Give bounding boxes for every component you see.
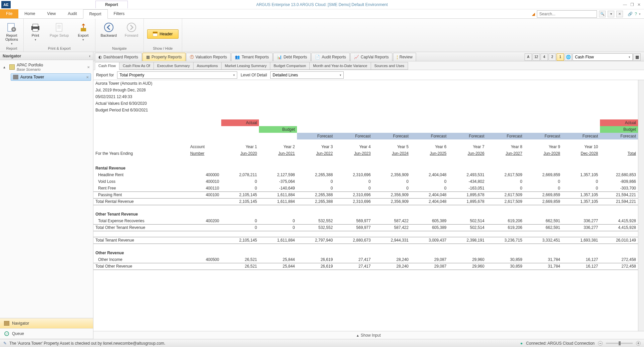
zoom-in-icon[interactable]: + [636, 341, 641, 346]
value-cell: 0 [487, 185, 525, 192]
tab-review[interactable]: ¦Review [393, 53, 416, 61]
tab-valuation-reports[interactable]: ⓉValuation Reports [186, 53, 231, 61]
property-node-selected[interactable]: Aurora Tower ✕ [11, 73, 91, 81]
tab-debt-reports[interactable]: 📊Debt Reports [273, 53, 311, 61]
report-for-combo[interactable]: Total Property▾ [117, 71, 237, 79]
backward-button[interactable]: Backward [99, 21, 119, 38]
view-annual-button[interactable]: A [525, 53, 532, 61]
view-2-button[interactable]: 2 [549, 53, 556, 61]
year-header: Year 7 [448, 143, 487, 150]
band-forecast: Forecast [373, 133, 411, 139]
svg-point-8 [104, 23, 113, 32]
table-row: Total Expense Recoveries40020000532,5525… [93, 218, 638, 224]
forward-icon [126, 22, 137, 33]
navigator-collapse-icon[interactable]: ‹ [89, 54, 90, 58]
value-cell: 1,357,105 [562, 198, 600, 205]
zoom-slider[interactable] [606, 343, 633, 344]
globe-button[interactable]: 🌐 [565, 53, 572, 61]
band-forecast: Forecast [410, 133, 448, 139]
menu-report[interactable]: Report [83, 9, 108, 19]
help-dropdown-icon[interactable]: ▾ [639, 12, 641, 16]
subtab-cash-flow-as-of[interactable]: Cash Flow As Of [119, 62, 154, 70]
menu-filters[interactable]: Filters [108, 9, 131, 18]
search-button[interactable]: 🔍 [599, 11, 606, 17]
zoom-out-icon[interactable]: − [598, 341, 603, 346]
grid-icon: ▦ [635, 55, 639, 59]
rss-icon[interactable]: ◢ [532, 12, 535, 16]
expand-icon[interactable]: ▴ [3, 65, 7, 69]
context-tab-report[interactable]: Report [95, 1, 128, 8]
tab-tenant-reports[interactable]: 👥Tenant Reports [231, 53, 272, 61]
close-icon[interactable]: ✕ [637, 2, 641, 7]
export-button[interactable]: Export ▾ [75, 21, 92, 42]
tab-property-reports[interactable]: ▦Property Reports [142, 53, 186, 61]
subtab-sources-uses[interactable]: Sources and Uses [371, 62, 408, 70]
ribbon: Report Options ▾ Report Print ▾ Page Set… [0, 19, 644, 52]
status-bar: ✎ The 'Aurora Tower' Property Asset is c… [0, 339, 644, 347]
link-icon[interactable]: 🔗 [628, 12, 633, 16]
help-icon[interactable]: ? [635, 12, 637, 16]
forward-button[interactable]: Forward [123, 21, 140, 38]
value-cell: -375,064 [259, 178, 297, 185]
svg-rect-11 [153, 33, 157, 36]
value-cell: 605,389 [410, 224, 448, 231]
svg-point-13 [5, 332, 9, 336]
tab-audit-reports[interactable]: 📄Audit Reports [311, 53, 350, 61]
nav-tab-navigator[interactable]: Navigator [0, 318, 93, 329]
tab-capval-reports[interactable]: 📈CapVal Reports [350, 53, 392, 61]
value-cell: 28,240 [373, 256, 411, 263]
minimize-icon[interactable]: — [623, 2, 627, 7]
value-cell: 0 [410, 178, 448, 185]
close-portfolio-icon[interactable]: ✕ [87, 65, 90, 69]
report-body: Aurora Tower (Amounts in AUD)Jul, 2019 t… [93, 80, 644, 331]
level-of-detail-combo[interactable]: Detailed Lines▾ [270, 71, 344, 79]
page-setup-icon [54, 22, 65, 33]
report-options-icon [6, 22, 17, 33]
value-cell: 1,895,678 [448, 192, 487, 198]
value-cell: 3,009,437 [410, 237, 448, 244]
search-dropdown[interactable]: ▾ [608, 11, 614, 17]
search-clear[interactable]: ✕ [616, 11, 623, 17]
gauge-icon: ◐ [98, 55, 102, 59]
tab-dashboard-reports[interactable]: ◐Dashboard Reports [95, 53, 142, 61]
view-1-button[interactable]: 1 [557, 53, 564, 61]
subtab-executive-summary[interactable]: Executive Summary [153, 62, 194, 70]
value-cell: 29,087 [410, 256, 448, 263]
report-meta: Budget Period End 6/30/2021 [93, 107, 221, 113]
subtab-assumptions[interactable]: Assumptions [193, 62, 222, 70]
header-toggle-button[interactable]: Header [147, 29, 178, 39]
date-header: Jun-2026 [448, 150, 487, 157]
subtab-budget-comparison[interactable]: Budget Comparison [270, 62, 310, 70]
subtab-variance[interactable]: Month and Year-to-Date Variance [309, 62, 371, 70]
report-selector[interactable]: Cash Flow▾ [573, 53, 633, 61]
print-button[interactable]: Print ▾ [27, 21, 44, 42]
show-input-toggle[interactable]: ▴ Show Input [93, 331, 644, 339]
vertical-scrollbar[interactable] [638, 80, 644, 331]
page-setup-button[interactable]: Page Setup [48, 21, 71, 38]
subtab-cash-flow[interactable]: Cash Flow [95, 62, 119, 70]
restore-icon[interactable]: ❐ [630, 2, 634, 7]
menu-file[interactable]: File [0, 9, 18, 18]
menu-audit[interactable]: Audit [62, 9, 83, 18]
value-cell: 2,880,673 [335, 237, 373, 244]
value-cell: 2,265,388 [297, 192, 335, 198]
view-12-button[interactable]: 12 [533, 53, 540, 61]
year-header: Year 8 [487, 143, 525, 150]
view-4-button[interactable]: 4 [541, 53, 548, 61]
nav-tab-queue[interactable]: Queue [0, 329, 93, 339]
grid-settings-button[interactable]: ▦ [633, 53, 641, 61]
table-row: Total Tenant Revenue2,105,1451,611,8842,… [93, 237, 638, 244]
portfolio-node[interactable]: ▴ APAC Portfolio Base Scenario ✕ [2, 62, 91, 72]
search-input[interactable] [537, 10, 597, 18]
value-cell: 662,591 [524, 218, 562, 224]
report-options-button[interactable]: Report Options ▾ [3, 21, 20, 46]
value-cell: 26,521 [221, 263, 259, 270]
menu-home[interactable]: Home [18, 9, 41, 18]
close-property-icon[interactable]: ✕ [86, 75, 89, 79]
value-cell: 2,944,331 [373, 237, 411, 244]
menu-view[interactable]: View [41, 9, 62, 18]
value-cell: 619,206 [487, 218, 525, 224]
row-label: Headline Rent [93, 171, 188, 178]
subtab-market-leasing[interactable]: Market Leasing Summary [221, 62, 270, 70]
export-icon [78, 22, 89, 33]
